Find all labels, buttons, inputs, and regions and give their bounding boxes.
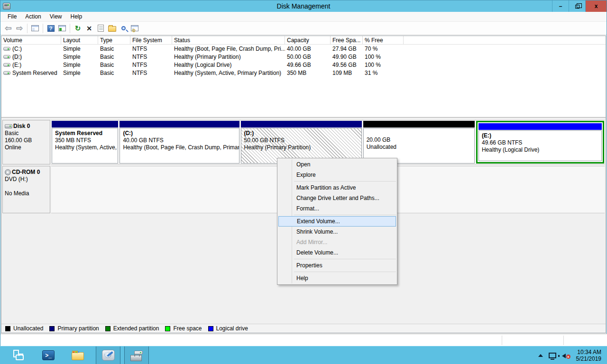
volume-name: (E:) [12, 62, 21, 68]
column-header-volume[interactable]: Volume [1, 36, 61, 44]
partition-status: Healthy (System, Active, Primary Partiti… [55, 144, 115, 151]
menu-item-delete-volume[interactable]: Delete Volume... [278, 247, 396, 258]
menu-help[interactable]: Help [66, 12, 87, 21]
volume-capacity: 350 MB [285, 70, 331, 76]
table-row[interactable]: (C:) Simple Basic NTFS Healthy (Boot, Pa… [1, 45, 606, 53]
legend-item-logical: Logical drive [208, 325, 248, 332]
minimize-button[interactable]: – [552, 0, 569, 12]
legend-swatch [49, 326, 55, 331]
titlebar[interactable]: Disk Management – x [0, 0, 607, 12]
volume-status: Healthy (System, Active, Primary Partiti… [172, 70, 285, 76]
menu-item-properties[interactable]: Properties [278, 260, 396, 271]
volume-filesystem: NTFS [130, 70, 172, 76]
partition-d-selected[interactable]: (D:) 50.00 GB NTFS Healthy (Primary Part… [241, 121, 362, 164]
partition-color-strip [120, 121, 239, 127]
column-header-status[interactable]: Status [172, 36, 285, 44]
volume-filesystem: NTFS [130, 54, 172, 60]
menubar: File Action View Help [0, 12, 607, 22]
menu-item-shrink-volume[interactable]: Shrink Volume... [278, 227, 396, 237]
partition-e-logical[interactable]: (E:) 49.66 GB NTFS Healthy (Logical Driv… [476, 121, 604, 164]
volume-freespace: 109 MB [331, 70, 363, 76]
taskbar-powershell-button[interactable]: >_ [36, 346, 61, 364]
table-row[interactable]: System Reserved Simple Basic NTFS Health… [1, 69, 606, 77]
partition-name: (C:) [123, 130, 236, 137]
volume-layout: Simple [61, 62, 98, 68]
statusbar-divider [563, 336, 564, 345]
column-header-layout[interactable]: Layout [61, 36, 98, 44]
options-button[interactable] [129, 23, 140, 34]
close-button[interactable]: x [585, 0, 607, 12]
menu-separator [294, 215, 396, 215]
refresh-button[interactable]: ↻ [72, 23, 83, 34]
forward-arrow-icon: ⇨ [16, 24, 23, 32]
column-header-filesystem[interactable]: File System [130, 36, 172, 44]
properties-button[interactable] [95, 23, 106, 34]
toolbar-separator [70, 24, 70, 33]
table-row[interactable]: (D:) Simple Basic NTFS Healthy (Primary … [1, 53, 606, 61]
taskbar-clock[interactable]: 10:34 AM 5/21/2019 [576, 349, 601, 362]
show-console-tree-button[interactable] [29, 23, 41, 34]
desktop: Disk Management – x File Action View Hel… [0, 0, 607, 364]
menu-item-explore[interactable]: Explore [278, 170, 396, 180]
forward-button[interactable]: ⇨ [14, 23, 25, 34]
taskbar-server-manager-button[interactable] [6, 346, 30, 364]
taskbar-disk-tool-button[interactable] [96, 346, 120, 364]
menu-action[interactable]: Action [21, 12, 45, 21]
console-tree-icon [31, 25, 39, 31]
restore-button[interactable] [569, 0, 585, 12]
network-icon[interactable] [549, 353, 556, 358]
menu-file[interactable]: File [3, 12, 21, 21]
volume-icon [3, 71, 10, 75]
menu-item-mark-partition-active[interactable]: Mark Partition as Active [278, 182, 396, 193]
column-header-type[interactable]: Type [98, 36, 130, 44]
menu-item-extend-volume[interactable]: Extend Volume... [278, 216, 396, 227]
statusbar [0, 334, 607, 346]
disk-management-toolbox-icon [130, 351, 143, 361]
menu-item-open[interactable]: Open [278, 159, 396, 170]
column-header-capacity[interactable]: Capacity [285, 36, 331, 44]
legend-item-freespace: Free space [165, 325, 202, 332]
refresh-icon: ↻ [75, 24, 81, 33]
disk-type: Basic [5, 130, 48, 137]
partition-name: System Reserved [55, 130, 115, 137]
menu-view[interactable]: View [46, 12, 66, 21]
partition-size: 50.00 GB NTFS [244, 137, 359, 144]
show-hidden-icons-button[interactable] [538, 354, 543, 357]
table-row[interactable]: (E:) Simple Basic NTFS Healthy (Logical … [1, 61, 606, 69]
volume-pctfree: 100 % [363, 62, 404, 68]
help-button[interactable]: ? [45, 23, 56, 34]
column-header-pctfree[interactable]: % Free [363, 36, 404, 44]
delete-button[interactable]: ✕ [83, 23, 95, 34]
volume-name: (D:) [12, 54, 22, 60]
find-button[interactable] [118, 23, 129, 34]
menu-item-help[interactable]: Help [278, 273, 396, 283]
volume-muted-icon[interactable]: x [562, 352, 570, 359]
partition-system-reserved[interactable]: System Reserved 350 MB NTFS Healthy (Sys… [52, 121, 118, 164]
menu-item-change-drive-letter[interactable]: Change Drive Letter and Paths... [278, 193, 396, 203]
volume-layout: Simple [61, 46, 98, 52]
cdrom-label[interactable]: CD-ROM 0 DVD (H:) No Media [2, 166, 50, 213]
action-pane-button[interactable] [56, 23, 68, 34]
legend-swatch [165, 326, 170, 331]
statusbar-divider [502, 336, 502, 345]
legend: Unallocated Primary partition Extended p… [1, 324, 606, 333]
cdrom-name: CD-ROM 0 [12, 169, 40, 176]
volume-list-header: Volume Layout Type File System Status Ca… [1, 36, 606, 45]
volume-freespace: 49.90 GB [331, 54, 363, 60]
column-header-freespace[interactable]: Free Spa... [331, 36, 363, 44]
volume-filesystem: NTFS [130, 46, 172, 52]
menu-item-format[interactable]: Format... [278, 203, 396, 214]
partition-c[interactable]: (C:) 40.00 GB NTFS Healthy (Boot, Page F… [120, 121, 239, 164]
toolbar-separator [43, 24, 43, 33]
disk-name: Disk 0 [13, 123, 30, 130]
legend-label: Primary partition [57, 325, 99, 332]
disk0-label[interactable]: Disk 0 Basic 160.00 GB Online [2, 120, 50, 164]
open-button[interactable] [106, 23, 118, 34]
back-button[interactable]: ⇦ [2, 23, 14, 34]
disk-status: Online [5, 144, 48, 151]
partition-unallocated[interactable]: 20.00 GB Unallocated [363, 121, 475, 164]
taskbar-file-explorer-button[interactable] [65, 346, 90, 364]
legend-label: Unallocated [13, 325, 43, 332]
taskbar-disk-management-button[interactable] [124, 346, 149, 364]
file-explorer-icon [72, 352, 84, 360]
